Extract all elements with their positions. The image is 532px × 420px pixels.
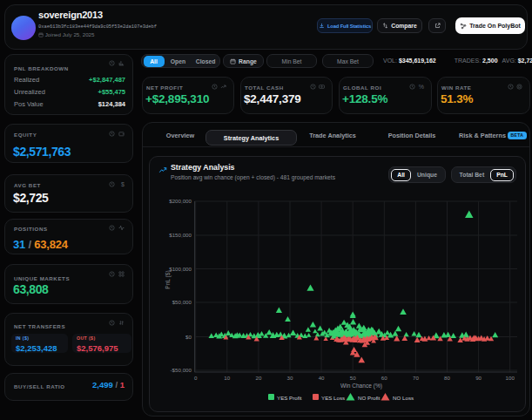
- svg-text:100: 100: [506, 375, 515, 381]
- svg-text:YES Profit: YES Profit: [277, 395, 302, 401]
- svg-text:80: 80: [444, 375, 450, 381]
- svg-text:$100,000: $100,000: [169, 266, 192, 272]
- svg-text:50: 50: [350, 375, 356, 381]
- svg-text:10: 10: [224, 375, 230, 381]
- svg-text:$0: $0: [185, 334, 192, 340]
- svg-text:30: 30: [287, 375, 293, 381]
- svg-text:NO Profit: NO Profit: [358, 395, 380, 401]
- svg-text:$200,000: $200,000: [169, 198, 192, 204]
- svg-text:YES Loss: YES Loss: [321, 395, 345, 401]
- svg-text:60: 60: [381, 375, 387, 381]
- svg-text:40: 40: [319, 375, 325, 381]
- svg-text:$50,000: $50,000: [172, 299, 192, 305]
- svg-text:NO Loss: NO Loss: [393, 395, 414, 401]
- svg-text:$150,000: $150,000: [169, 232, 192, 238]
- svg-text:70: 70: [413, 375, 419, 381]
- svg-text:20: 20: [255, 375, 261, 381]
- svg-text:Win Chance (%): Win Chance (%): [340, 383, 382, 390]
- svg-text:90: 90: [475, 375, 481, 381]
- svg-text:-$50,000: -$50,000: [171, 367, 192, 373]
- svg-text:PnL ($): PnL ($): [165, 270, 172, 288]
- svg-text:0: 0: [194, 375, 198, 381]
